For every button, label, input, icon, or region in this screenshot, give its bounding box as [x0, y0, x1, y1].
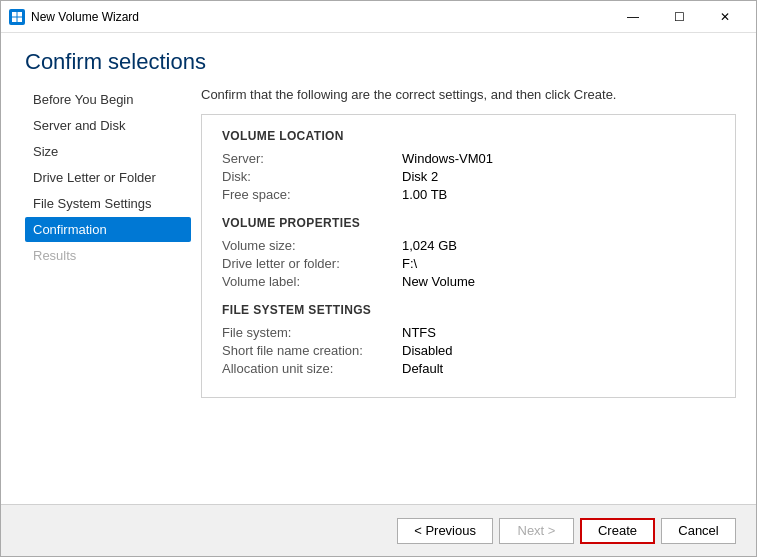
svg-rect-2	[12, 17, 17, 22]
info-box: VOLUME LOCATION Server: Windows-VM01 Dis…	[201, 114, 736, 398]
page-title: Confirm selections	[25, 49, 732, 75]
sidebar-item-drive-letter-or-folder[interactable]: Drive Letter or Folder	[25, 165, 191, 190]
value-free-space: 1.00 TB	[402, 187, 447, 202]
sidebar-item-server-and-disk[interactable]: Server and Disk	[25, 113, 191, 138]
label-file-system: File system:	[222, 325, 402, 340]
value-drive-letter: F:\	[402, 256, 417, 271]
instruction-text: Confirm that the following are the corre…	[201, 87, 736, 102]
sidebar-item-confirmation[interactable]: Confirmation	[25, 217, 191, 242]
create-button[interactable]: Create	[580, 518, 655, 544]
window-controls: — ☐ ✕	[610, 1, 748, 33]
label-volume-size: Volume size:	[222, 238, 402, 253]
info-row-disk: Disk: Disk 2	[222, 169, 715, 184]
sidebar-item-file-system-settings[interactable]: File System Settings	[25, 191, 191, 216]
content-area: Confirm selections Before You Begin Serv…	[1, 33, 756, 504]
info-row-short-file-name: Short file name creation: Disabled	[222, 343, 715, 358]
sidebar-item-before-you-begin[interactable]: Before You Begin	[25, 87, 191, 112]
label-server: Server:	[222, 151, 402, 166]
minimize-button[interactable]: —	[610, 1, 656, 33]
label-drive-letter: Drive letter or folder:	[222, 256, 402, 271]
close-button[interactable]: ✕	[702, 1, 748, 33]
label-free-space: Free space:	[222, 187, 402, 202]
section-header-file-system: FILE SYSTEM SETTINGS	[222, 303, 715, 317]
label-volume-label: Volume label:	[222, 274, 402, 289]
main-body: Before You Begin Server and Disk Size Dr…	[1, 87, 756, 504]
sidebar-item-size[interactable]: Size	[25, 139, 191, 164]
right-panel: Confirm that the following are the corre…	[191, 87, 756, 504]
window: New Volume Wizard — ☐ ✕ Confirm selectio…	[0, 0, 757, 557]
info-row-allocation-unit: Allocation unit size: Default	[222, 361, 715, 376]
section-header-volume-properties: VOLUME PROPERTIES	[222, 216, 715, 230]
title-bar: New Volume Wizard — ☐ ✕	[1, 1, 756, 33]
value-disk: Disk 2	[402, 169, 438, 184]
value-short-file-name: Disabled	[402, 343, 453, 358]
label-allocation-unit: Allocation unit size:	[222, 361, 402, 376]
cancel-button[interactable]: Cancel	[661, 518, 736, 544]
value-file-system: NTFS	[402, 325, 436, 340]
info-row-volume-size: Volume size: 1,024 GB	[222, 238, 715, 253]
value-allocation-unit: Default	[402, 361, 443, 376]
info-row-drive-letter: Drive letter or folder: F:\	[222, 256, 715, 271]
sidebar: Before You Begin Server and Disk Size Dr…	[1, 87, 191, 504]
window-title: New Volume Wizard	[31, 10, 610, 24]
info-row-server: Server: Windows-VM01	[222, 151, 715, 166]
svg-rect-0	[12, 12, 17, 17]
info-row-file-system: File system: NTFS	[222, 325, 715, 340]
sidebar-item-results: Results	[25, 243, 191, 268]
value-volume-size: 1,024 GB	[402, 238, 457, 253]
info-row-free-space: Free space: 1.00 TB	[222, 187, 715, 202]
next-button[interactable]: Next >	[499, 518, 574, 544]
svg-rect-1	[18, 12, 23, 17]
label-disk: Disk:	[222, 169, 402, 184]
page-header: Confirm selections	[1, 33, 756, 87]
maximize-button[interactable]: ☐	[656, 1, 702, 33]
value-volume-label: New Volume	[402, 274, 475, 289]
svg-rect-3	[18, 17, 23, 22]
section-header-volume-location: VOLUME LOCATION	[222, 129, 715, 143]
info-row-volume-label: Volume label: New Volume	[222, 274, 715, 289]
previous-button[interactable]: < Previous	[397, 518, 493, 544]
footer: < Previous Next > Create Cancel	[1, 504, 756, 556]
value-server: Windows-VM01	[402, 151, 493, 166]
label-short-file-name: Short file name creation:	[222, 343, 402, 358]
app-icon	[9, 9, 25, 25]
